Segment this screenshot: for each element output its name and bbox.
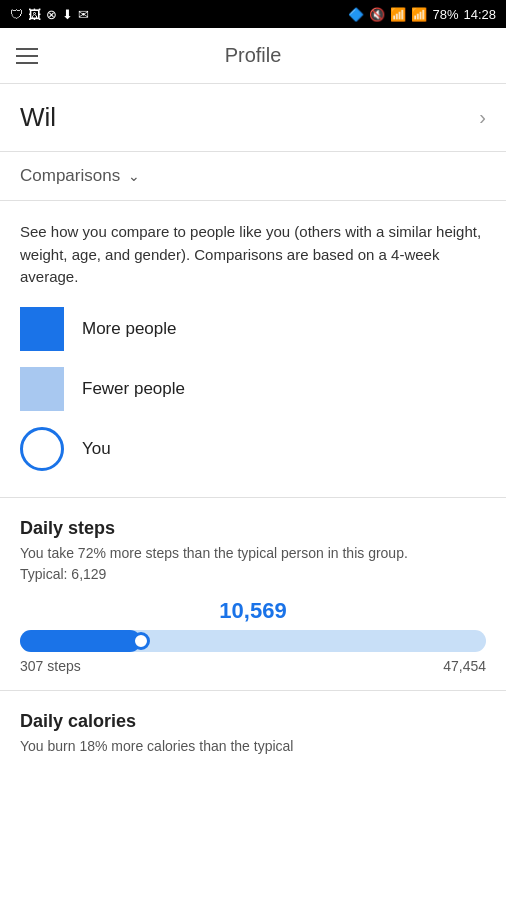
you-circle (20, 427, 64, 471)
status-left-icons: 🛡 🖼 ⊗ ⬇ ✉ (10, 7, 89, 22)
daily-steps-description: You take 72% more steps than the typical… (20, 543, 486, 564)
steps-range: 307 steps 47,454 (20, 658, 486, 674)
steps-value: 10,569 (20, 598, 486, 624)
legend-item-you: You (20, 427, 486, 471)
mail-icon: ✉ (78, 7, 89, 22)
wifi-icon: 📶 (390, 7, 406, 22)
daily-calories-description: You burn 18% more calories than the typi… (20, 736, 486, 757)
download-icon: ⬇ (62, 7, 73, 22)
legend-section: See how you compare to people like you (… (0, 201, 506, 498)
more-people-box (20, 307, 64, 351)
daily-steps-title: Daily steps (20, 518, 486, 539)
profile-name: Wil (20, 102, 56, 133)
bluetooth-icon: 🔷 (348, 7, 364, 22)
fewer-people-box (20, 367, 64, 411)
daily-calories-title: Daily calories (20, 711, 486, 732)
daily-calories-section: Daily calories You burn 18% more calorie… (0, 691, 506, 773)
chevron-down-icon: ⌄ (128, 168, 140, 184)
signal-bars-icon: 📶 (411, 7, 427, 22)
steps-range-max: 47,454 (443, 658, 486, 674)
status-right-icons: 🔷 🔇 📶 📶 78% 14:28 (348, 7, 496, 22)
steps-progress-fill (20, 630, 141, 652)
hamburger-line-1 (16, 48, 38, 50)
daily-steps-section: Daily steps You take 72% more steps than… (0, 498, 506, 691)
comparisons-label: Comparisons (20, 166, 120, 186)
more-people-label: More people (82, 319, 177, 339)
signal-icon: ⊗ (46, 7, 57, 22)
page-title: Profile (225, 44, 282, 67)
daily-steps-typical: Typical: 6,129 (20, 566, 486, 582)
legend-item-more-people: More people (20, 307, 486, 351)
hamburger-line-2 (16, 55, 38, 57)
chevron-right-icon: › (479, 106, 486, 129)
comparisons-header[interactable]: Comparisons ⌄ (0, 152, 506, 201)
profile-row[interactable]: Wil › (0, 84, 506, 152)
steps-progress-marker (132, 632, 150, 650)
hamburger-line-3 (16, 62, 38, 64)
app-header: Profile (0, 28, 506, 84)
image-icon: 🖼 (28, 7, 41, 22)
fewer-people-label: Fewer people (82, 379, 185, 399)
you-label: You (82, 439, 111, 459)
steps-range-min: 307 steps (20, 658, 81, 674)
steps-progress-bar (20, 630, 486, 652)
status-bar: 🛡 🖼 ⊗ ⬇ ✉ 🔷 🔇 📶 📶 78% 14:28 (0, 0, 506, 28)
mute-icon: 🔇 (369, 7, 385, 22)
battery-level: 78% (432, 7, 458, 22)
legend-description: See how you compare to people like you (… (20, 221, 486, 289)
hamburger-menu-button[interactable] (16, 48, 38, 64)
shield-icon: 🛡 (10, 7, 23, 22)
legend-item-fewer-people: Fewer people (20, 367, 486, 411)
clock: 14:28 (463, 7, 496, 22)
